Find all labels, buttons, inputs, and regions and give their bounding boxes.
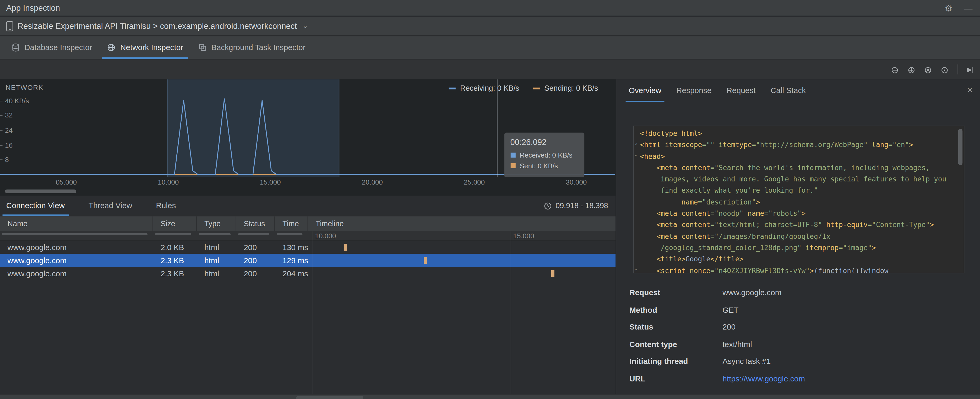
tool-window-button[interactable]: ▶Run <box>75 396 107 399</box>
x-axis-tick: 05.000 <box>56 178 77 186</box>
scrollbar-thumb[interactable] <box>958 129 963 165</box>
close-icon[interactable]: × <box>967 85 973 95</box>
bottom-toolbar: ⇅Version Control▶Run☑TODO⚠Problems>_Term… <box>0 394 980 399</box>
x-axis-tick: 25.000 <box>464 178 485 186</box>
code-scrollbar[interactable] <box>958 128 963 271</box>
column-header-timeline[interactable]: Timeline <box>308 216 616 231</box>
tool-window-label: Problems <box>166 398 197 399</box>
network-inspector-left-pane: NETWORK 40 KB/s3224168 Receiving: 0 KB/s… <box>0 80 616 394</box>
detail-tab-response[interactable]: Response <box>676 80 711 102</box>
tool-window-icon: ⇅ <box>10 398 16 399</box>
background-task-icon <box>198 43 207 52</box>
detail-row-method: Method GET <box>629 305 974 323</box>
fold-icon[interactable]: ⌄ <box>635 151 638 157</box>
profiler-toolbar: ⊖ ⊕ ⊗ ⊙ ▶| <box>0 60 980 80</box>
selected-time-range: 09.918 - 18.398 <box>544 201 608 210</box>
cell-status: 200 <box>236 269 275 278</box>
request-details: Request www.google.com Method GET Status… <box>629 288 974 392</box>
code-line: <title>Google</title> <box>640 254 955 266</box>
tool-window-button[interactable]: ⇅Version Control <box>5 396 73 399</box>
code-line: <head> <box>640 151 955 163</box>
zoom-to-selection-button[interactable]: ⊙ <box>941 65 948 74</box>
detail-tabs-bar: Overview Response Request Call Stack × <box>616 80 980 102</box>
code-lines: <!doctype html><html itemscope="" itemty… <box>640 128 955 273</box>
inspector-tabs-bar: Database Inspector Network Inspector Bac… <box>0 36 980 59</box>
response-preview[interactable]: ⌄ ⌄ ⌄ <!doctype html><html itemscope="" … <box>633 126 964 273</box>
cell-name: www.google.com <box>0 243 153 252</box>
chart-tooltip: 00:26.092 Received: 0 KB/s Sent: 0 KB/s <box>504 132 584 177</box>
inspector-tab-network[interactable]: Network Inspector <box>100 36 191 59</box>
tool-window-label: Profiler <box>515 398 538 399</box>
legend-item-receiving: Receiving: 0 KB/s <box>449 84 519 93</box>
timeline-tick-label: 10.000 <box>315 232 336 239</box>
detail-tab-overview[interactable]: Overview <box>629 80 661 102</box>
column-header-time[interactable]: Time <box>275 216 308 231</box>
connection-tab-thread-view[interactable]: Thread View <box>89 196 132 216</box>
hide-icon[interactable]: — <box>964 3 972 13</box>
tool-window-icon: ☑ <box>115 398 121 399</box>
cell-name: www.google.com <box>0 256 153 265</box>
code-line: <meta content="text/html; charset=UTF-8"… <box>640 220 955 231</box>
tooltip-time: 00:26.092 <box>511 137 578 147</box>
tool-window-button[interactable]: ✓App Quality Insights <box>366 396 449 399</box>
network-chart-plot[interactable]: NETWORK 40 KB/s3224168 Receiving: 0 KB/s… <box>0 80 616 177</box>
detail-row-content-type: Content type text/html <box>629 340 974 358</box>
url-link[interactable]: https://www.google.com <box>722 375 805 383</box>
detail-row-initiating-thread: Initiating thread AsyncTask #1 <box>629 358 974 375</box>
y-axis-tick: 40 KB/s <box>5 97 29 104</box>
process-selector[interactable]: Resizable Experimental API Tiramisu > co… <box>18 21 297 31</box>
code-line: <meta content="/images/branding/googleg/… <box>640 231 955 243</box>
fold-icon[interactable]: ⌄ <box>635 266 638 271</box>
tool-window-button[interactable]: ◷Profiler <box>501 396 542 399</box>
tool-window-icon: ◷ <box>506 398 511 399</box>
tool-window-button[interactable]: ☑TODO <box>110 396 150 399</box>
cell-size: 2.3 KB <box>153 256 197 265</box>
chevron-down-icon[interactable]: ⌄ <box>302 22 308 30</box>
sent-swatch <box>511 163 515 168</box>
connection-row[interactable]: www.google.com 2.0 KB html 200 130 ms <box>0 241 616 254</box>
column-header-size[interactable]: Size <box>153 216 197 231</box>
code-line: find exactly what you're looking for." <box>640 185 955 197</box>
zoom-out-button[interactable]: ⊖ <box>891 65 899 74</box>
cell-status: 200 <box>236 243 275 252</box>
zoom-in-button[interactable]: ⊕ <box>907 65 915 74</box>
gear-icon[interactable]: ⚙ <box>945 3 953 13</box>
timeline-tick-label: 15.000 <box>513 232 534 239</box>
chart-tooltip-line <box>496 80 497 177</box>
tab-label: Network Inspector <box>120 43 183 52</box>
chart-title: NETWORK <box>5 84 43 91</box>
code-line: name="description"> <box>640 197 955 208</box>
column-grip <box>2 233 148 235</box>
chart-horizontal-scrollbar[interactable] <box>5 190 76 193</box>
code-line: <html itemscope="" itemtype="http://sche… <box>640 140 955 151</box>
tool-window-icon: >_ <box>209 398 217 399</box>
legend-label: Receiving: 0 KB/s <box>460 84 519 93</box>
cell-type: html <box>197 243 236 252</box>
inspector-tab-database[interactable]: Database Inspector <box>4 36 100 59</box>
reset-zoom-button[interactable]: ⊗ <box>924 65 932 74</box>
go-live-button[interactable]: ▶| <box>967 66 972 73</box>
tool-window-button[interactable]: ▦App Inspection <box>296 396 363 399</box>
connection-row[interactable]: www.google.com 2.3 KB html 200 129 ms <box>0 254 616 267</box>
inspector-tab-background-task[interactable]: Background Task Inspector <box>191 36 313 59</box>
column-grip <box>199 233 231 235</box>
code-line: <script nonce="n4QZXJIYRBwFl3Dts-vYw">(f… <box>640 266 955 273</box>
tool-window-button[interactable]: >_Terminal <box>204 396 252 399</box>
connection-tab-connection-view[interactable]: Connection View <box>6 196 65 216</box>
received-swatch <box>511 153 515 158</box>
tool-window-button[interactable]: ≡Logcat <box>255 396 294 399</box>
connection-row[interactable]: www.google.com 2.3 KB html 200 204 ms <box>0 267 616 280</box>
tool-window-button[interactable]: ⚠Problems <box>152 396 202 399</box>
tool-window-button[interactable]: ⚙Services <box>451 396 498 399</box>
y-axis-tick: 8 <box>5 156 9 164</box>
connection-tab-rules[interactable]: Rules <box>156 196 176 216</box>
fold-icon[interactable]: ⌄ <box>635 140 638 145</box>
detail-tab-request[interactable]: Request <box>727 80 756 102</box>
column-header-type[interactable]: Type <box>197 216 236 231</box>
column-header-status[interactable]: Status <box>236 216 275 231</box>
connection-detail-pane: Overview Response Request Call Stack × ⌄… <box>616 80 980 394</box>
detail-tab-call-stack[interactable]: Call Stack <box>771 80 806 102</box>
column-header-name[interactable]: Name <box>0 216 153 231</box>
tool-window-label: App Inspection <box>311 398 358 399</box>
network-icon <box>107 43 116 52</box>
